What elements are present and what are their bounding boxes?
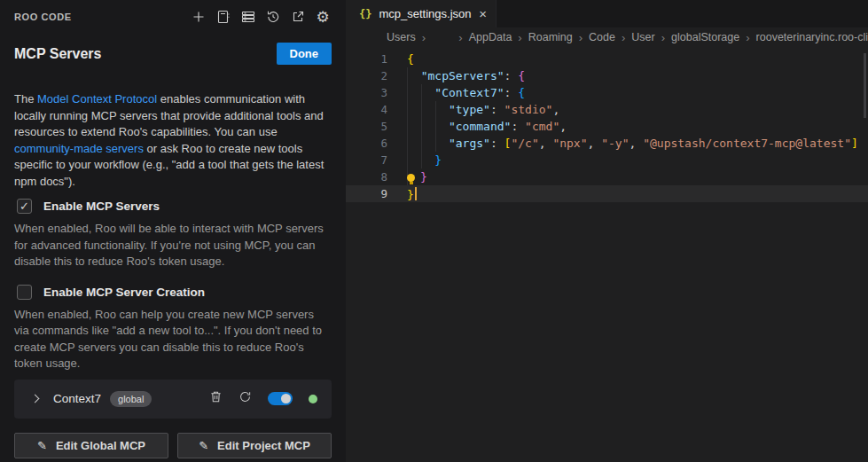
trash-icon[interactable] — [209, 390, 223, 407]
line-content: { — [407, 52, 414, 66]
chevron-right-icon: › — [622, 31, 625, 44]
code-token: "-y" — [601, 137, 629, 150]
code-line: 2 "mcpServers": { — [346, 67, 868, 84]
code-token: { — [518, 86, 525, 99]
line-number: 1 — [346, 52, 387, 66]
line-content: "mcpServers": { — [407, 69, 525, 82]
edit-project-mcp-label: Edit Project MCP — [217, 439, 310, 452]
code-token: , — [559, 120, 567, 133]
code-token — [407, 69, 421, 82]
code-line: 8} — [346, 168, 868, 185]
code-token: , — [552, 103, 559, 116]
line-number: 7 — [346, 153, 387, 167]
line-content: } — [407, 170, 427, 184]
server-icon[interactable] — [239, 8, 257, 26]
code-lines: 1{2 "mcpServers": {3 "Context7": {4 "typ… — [346, 51, 868, 202]
code-token: , — [539, 137, 553, 150]
link-community-made-servers[interactable]: community-made servers — [14, 142, 144, 155]
refresh-icon[interactable] — [239, 390, 252, 407]
brand-label: ROO CODE — [14, 12, 72, 22]
tab-mcp-settings[interactable]: {} mcp_settings.json × — [346, 0, 497, 27]
code-token: "cmd" — [525, 120, 559, 133]
code-token: "Context7" — [434, 86, 504, 99]
code-token: : — [511, 120, 525, 133]
code-token: : — [490, 103, 504, 116]
code-token: { — [407, 52, 414, 66]
line-number: 5 — [346, 120, 387, 133]
code-token — [407, 120, 449, 133]
code-token: , — [629, 137, 644, 150]
code-token: : — [504, 69, 519, 82]
code-token: { — [518, 69, 525, 82]
link-model-context-protocol[interactable]: Model Context Protocol — [37, 92, 157, 106]
pencil-icon: ✎ — [199, 439, 208, 452]
chevron-right-icon: › — [458, 31, 462, 44]
close-icon[interactable]: × — [479, 7, 487, 20]
chevron-right-icon: › — [746, 31, 749, 44]
notebook-icon[interactable] — [215, 8, 232, 26]
line-number: 8 — [346, 170, 387, 184]
enable-mcp-checkbox[interactable]: ✓ — [17, 199, 32, 214]
indent-guide — [421, 84, 422, 168]
chevron-right-icon: › — [579, 31, 583, 44]
enable-mcp-label: Enable MCP Servers — [43, 200, 160, 213]
breadcrumb-item[interactable]: Code — [589, 31, 615, 43]
enable-creation-description: When enabled, Roo can help you create ne… — [14, 307, 332, 372]
code-token: "command" — [449, 120, 511, 133]
code-token — [407, 137, 449, 150]
code-token: "/c" — [511, 137, 538, 150]
tab-filename: mcp_settings.json — [379, 7, 472, 20]
code-token: "npx" — [552, 137, 587, 150]
sidebar-header: ROO CODE ⚙ — [14, 5, 332, 28]
code-token: } — [434, 153, 442, 167]
indent-guide — [407, 67, 408, 185]
header-icon-row: ⚙ — [190, 8, 332, 26]
enable-creation-checkbox[interactable] — [17, 285, 32, 300]
scope-badge: global — [110, 391, 152, 407]
plus-icon[interactable] — [190, 8, 207, 26]
breadcrumb-item[interactable]: rooveterinaryinc.roo-cli — [756, 31, 868, 43]
tab-bar: {} mcp_settings.json × — [346, 0, 868, 27]
edit-project-mcp-button[interactable]: ✎ Edit Project MCP — [177, 433, 332, 458]
breadcrumb-item[interactable]: AppData — [469, 31, 512, 43]
open-external-icon[interactable] — [289, 8, 307, 26]
code-token: "mcpServers" — [421, 69, 504, 82]
breadcrumb-item[interactable]: globalStorage — [671, 31, 739, 43]
code-token — [407, 103, 449, 116]
code-token: "args" — [449, 137, 490, 150]
lightbulb-icon[interactable] — [407, 174, 415, 182]
toggle-switch[interactable] — [268, 392, 293, 405]
indent-guide — [435, 101, 436, 152]
code-editor[interactable]: 1{2 "mcpServers": {3 "Context7": {4 "typ… — [346, 47, 868, 202]
code-token: , — [588, 137, 602, 150]
pencil-icon: ✎ — [37, 439, 47, 452]
line-content: "args": ["/c", "npx", "-y", "@upstash/co… — [407, 137, 858, 150]
edit-global-mcp-button[interactable]: ✎ Edit Global MCP — [14, 433, 168, 458]
json-file-icon: {} — [359, 8, 371, 20]
chevron-right-icon: › — [518, 31, 521, 44]
code-token: : — [504, 86, 519, 99]
code-token: } — [420, 170, 427, 184]
breadcrumb-item[interactable]: User — [631, 31, 654, 43]
line-number: 9 — [346, 187, 387, 200]
code-line: 1{ — [346, 51, 868, 67]
done-button[interactable]: Done — [277, 43, 332, 65]
line-content: } — [407, 187, 417, 201]
code-line: 3 "Context7": { — [346, 84, 868, 101]
line-number: 3 — [346, 86, 387, 99]
line-content: } — [407, 153, 442, 167]
line-content: "command": "cmd", — [407, 120, 567, 133]
server-name: Context7 — [53, 392, 101, 405]
scrollbar-thumb[interactable] — [864, 53, 866, 118]
chevron-right-icon: › — [661, 31, 665, 44]
editor-pane: {} mcp_settings.json × Users››AppData›Ro… — [346, 0, 868, 462]
chevron-right-icon: › — [422, 31, 426, 44]
history-icon[interactable] — [264, 8, 282, 26]
gear-icon[interactable]: ⚙ — [314, 8, 332, 26]
enable-creation-row: Enable MCP Server Creation — [14, 285, 332, 300]
chevron-right-icon[interactable] — [31, 395, 40, 403]
roo-code-sidebar: ROO CODE ⚙ MCP Servers Done The — [0, 0, 346, 462]
code-token: ] — [851, 137, 858, 150]
breadcrumb-item[interactable]: Users — [387, 31, 416, 43]
breadcrumb-item[interactable]: Roaming — [528, 31, 573, 43]
